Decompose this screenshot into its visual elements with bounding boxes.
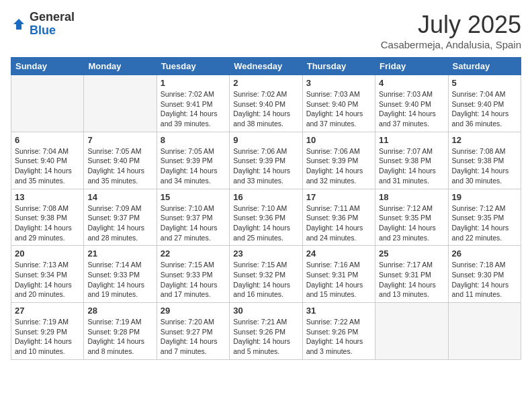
day-number: 8 [161,135,226,145]
day-info: Sunrise: 7:05 AMSunset: 9:39 PMDaylight:… [161,146,226,186]
calendar-cell: 1Sunrise: 7:02 AMSunset: 9:41 PMDaylight… [157,75,229,132]
calendar-cell: 2Sunrise: 7:02 AMSunset: 9:40 PMDaylight… [230,75,302,132]
day-number: 24 [306,248,371,259]
calendar-cell [375,303,448,360]
day-info: Sunrise: 7:18 AMSunset: 9:30 PMDaylight:… [452,260,517,300]
calendar-table: SundayMondayTuesdayWednesdayThursdayFrid… [11,57,521,360]
calendar-week-5: 27Sunrise: 7:19 AMSunset: 9:29 PMDayligh… [11,303,521,360]
calendar-cell: 26Sunrise: 7:18 AMSunset: 9:30 PMDayligh… [448,246,521,303]
calendar-week-2: 6Sunrise: 7:04 AMSunset: 9:40 PMDaylight… [11,132,521,189]
day-number: 11 [379,135,444,145]
day-info: Sunrise: 7:04 AMSunset: 9:40 PMDaylight:… [15,146,80,186]
location-text: Casabermeja, Andalusia, Spain [381,39,521,50]
day-number: 6 [15,135,80,145]
day-info: Sunrise: 7:17 AMSunset: 9:31 PMDaylight:… [379,260,444,300]
day-number: 23 [233,248,298,259]
calendar-week-1: 1Sunrise: 7:02 AMSunset: 9:41 PMDaylight… [11,75,521,132]
day-info: Sunrise: 7:12 AMSunset: 9:35 PMDaylight:… [452,203,517,243]
calendar-cell: 11Sunrise: 7:07 AMSunset: 9:38 PMDayligh… [375,132,448,189]
day-info: Sunrise: 7:06 AMSunset: 9:39 PMDaylight:… [306,146,371,186]
calendar-cell: 16Sunrise: 7:10 AMSunset: 9:36 PMDayligh… [230,189,302,246]
logo: General Blue [11,11,75,38]
day-number: 10 [306,135,371,145]
calendar-week-4: 20Sunrise: 7:13 AMSunset: 9:34 PMDayligh… [11,246,521,303]
day-number: 22 [161,248,226,259]
day-info: Sunrise: 7:03 AMSunset: 9:40 PMDaylight:… [379,89,444,129]
day-number: 29 [161,306,226,316]
calendar-cell: 4Sunrise: 7:03 AMSunset: 9:40 PMDaylight… [375,75,448,132]
calendar-cell [84,75,157,132]
calendar-week-3: 13Sunrise: 7:08 AMSunset: 9:38 PMDayligh… [11,189,521,246]
day-number: 20 [15,248,80,259]
day-info: Sunrise: 7:22 AMSunset: 9:26 PMDaylight:… [306,317,371,357]
weekday-header-wednesday: Wednesday [230,58,302,75]
day-info: Sunrise: 7:20 AMSunset: 9:27 PMDaylight:… [161,317,226,357]
day-number: 5 [452,78,517,88]
day-number: 19 [452,192,517,202]
day-info: Sunrise: 7:06 AMSunset: 9:39 PMDaylight:… [233,146,298,186]
calendar-cell: 15Sunrise: 7:10 AMSunset: 9:37 PMDayligh… [157,189,229,246]
calendar-cell: 9Sunrise: 7:06 AMSunset: 9:39 PMDaylight… [230,132,302,189]
calendar-cell: 14Sunrise: 7:09 AMSunset: 9:37 PMDayligh… [84,189,157,246]
day-number: 7 [87,135,152,145]
calendar-cell: 6Sunrise: 7:04 AMSunset: 9:40 PMDaylight… [11,132,84,189]
day-number: 12 [452,135,517,145]
day-info: Sunrise: 7:04 AMSunset: 9:40 PMDaylight:… [452,89,517,129]
weekday-header-saturday: Saturday [448,58,521,75]
weekday-header-thursday: Thursday [302,58,375,75]
day-number: 27 [15,306,80,316]
calendar-cell: 22Sunrise: 7:15 AMSunset: 9:33 PMDayligh… [157,246,229,303]
weekday-header-monday: Monday [84,58,157,75]
calendar-cell: 10Sunrise: 7:06 AMSunset: 9:39 PMDayligh… [302,132,375,189]
day-info: Sunrise: 7:02 AMSunset: 9:40 PMDaylight:… [233,89,298,129]
day-number: 9 [233,135,298,145]
calendar-cell: 18Sunrise: 7:12 AMSunset: 9:35 PMDayligh… [375,189,448,246]
calendar-cell: 7Sunrise: 7:05 AMSunset: 9:40 PMDaylight… [84,132,157,189]
day-info: Sunrise: 7:08 AMSunset: 9:38 PMDaylight:… [15,203,80,243]
calendar-cell: 17Sunrise: 7:11 AMSunset: 9:36 PMDayligh… [302,189,375,246]
day-info: Sunrise: 7:09 AMSunset: 9:37 PMDaylight:… [87,203,152,243]
day-info: Sunrise: 7:08 AMSunset: 9:38 PMDaylight:… [452,146,517,186]
weekday-header-row: SundayMondayTuesdayWednesdayThursdayFrid… [11,58,521,75]
day-info: Sunrise: 7:19 AMSunset: 9:28 PMDaylight:… [87,317,152,357]
page-header: General Blue July 2025 Casabermeja, Anda… [11,11,521,50]
logo-general-text: General [30,10,75,24]
day-number: 3 [306,78,371,88]
day-number: 28 [87,306,152,316]
weekday-header-sunday: Sunday [11,58,84,75]
day-info: Sunrise: 7:03 AMSunset: 9:40 PMDaylight:… [306,89,371,129]
day-info: Sunrise: 7:14 AMSunset: 9:33 PMDaylight:… [87,260,152,300]
calendar-cell: 25Sunrise: 7:17 AMSunset: 9:31 PMDayligh… [375,246,448,303]
day-number: 31 [306,306,371,316]
day-number: 21 [87,248,152,259]
calendar-cell [448,303,521,360]
weekday-header-friday: Friday [375,58,448,75]
calendar-cell: 28Sunrise: 7:19 AMSunset: 9:28 PMDayligh… [84,303,157,360]
day-info: Sunrise: 7:19 AMSunset: 9:29 PMDaylight:… [15,317,80,357]
logo-icon [11,16,27,32]
day-number: 18 [379,192,444,202]
day-number: 30 [233,306,298,316]
calendar-cell: 19Sunrise: 7:12 AMSunset: 9:35 PMDayligh… [448,189,521,246]
day-info: Sunrise: 7:11 AMSunset: 9:36 PMDaylight:… [306,203,371,243]
day-number: 25 [379,248,444,259]
calendar-cell: 21Sunrise: 7:14 AMSunset: 9:33 PMDayligh… [84,246,157,303]
day-info: Sunrise: 7:15 AMSunset: 9:32 PMDaylight:… [233,260,298,300]
calendar-cell: 27Sunrise: 7:19 AMSunset: 9:29 PMDayligh… [11,303,84,360]
day-number: 15 [161,192,226,202]
weekday-header-tuesday: Tuesday [157,58,229,75]
calendar-cell: 29Sunrise: 7:20 AMSunset: 9:27 PMDayligh… [157,303,229,360]
calendar-cell: 20Sunrise: 7:13 AMSunset: 9:34 PMDayligh… [11,246,84,303]
calendar-cell: 5Sunrise: 7:04 AMSunset: 9:40 PMDaylight… [448,75,521,132]
day-number: 13 [15,192,80,202]
day-info: Sunrise: 7:21 AMSunset: 9:26 PMDaylight:… [233,317,298,357]
day-info: Sunrise: 7:12 AMSunset: 9:35 PMDaylight:… [379,203,444,243]
calendar-cell: 13Sunrise: 7:08 AMSunset: 9:38 PMDayligh… [11,189,84,246]
day-info: Sunrise: 7:07 AMSunset: 9:38 PMDaylight:… [379,146,444,186]
calendar-cell: 30Sunrise: 7:21 AMSunset: 9:26 PMDayligh… [230,303,302,360]
calendar-cell: 23Sunrise: 7:15 AMSunset: 9:32 PMDayligh… [230,246,302,303]
month-title: July 2025 [381,11,521,39]
calendar-cell [11,75,84,132]
logo-blue-text: Blue [30,24,56,37]
day-number: 4 [379,78,444,88]
